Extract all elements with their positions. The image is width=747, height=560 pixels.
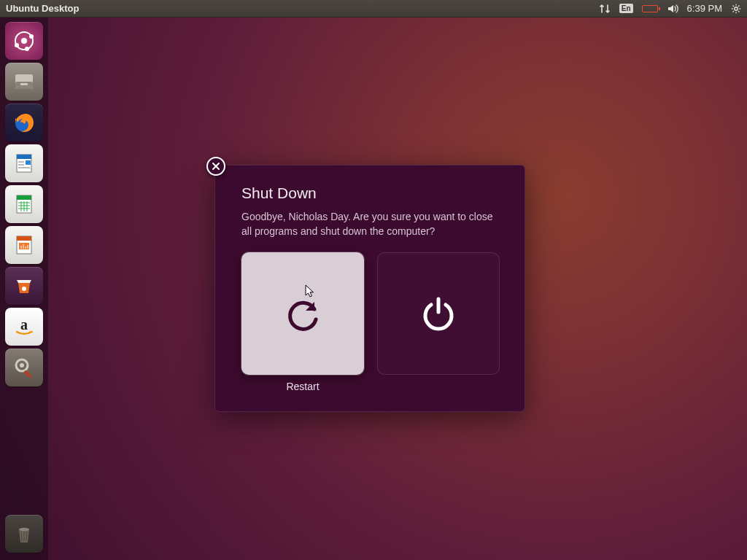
svg-point-13 [25,47,29,51]
dialog-title: Shut Down [241,184,498,202]
launcher-firefox[interactable] [5,104,43,141]
svg-rect-43 [23,370,31,378]
svg-rect-33 [17,236,31,241]
svg-line-5 [733,5,734,6]
svg-rect-19 [17,155,31,159]
svg-point-11 [29,34,34,39]
svg-point-0 [735,7,738,9]
network-icon[interactable] [599,4,611,14]
restart-label: Restart [286,381,319,394]
svg-line-8 [738,5,739,6]
shutdown-button[interactable] [377,252,500,375]
launcher-dash[interactable] [5,22,43,60]
restart-button[interactable] [241,252,364,375]
svg-line-6 [738,11,739,12]
sound-icon[interactable] [667,4,678,14]
launcher-calc[interactable] [5,185,43,223]
svg-rect-20 [26,160,31,165]
launcher-impress[interactable] [5,226,43,264]
keyboard-indicator[interactable]: En [619,4,633,13]
svg-rect-16 [20,83,28,85]
launcher-writer[interactable] [5,144,43,182]
dialog-options: Restart [241,252,498,394]
gear-icon[interactable] [731,4,741,14]
svg-point-39 [22,287,26,291]
indicator-area: En 6:39 PM [599,3,741,14]
shutdown-dialog: Shut Down Goodbye, Nicholas Day. Are you… [214,165,525,412]
unity-launcher: a [0,18,48,560]
svg-point-44 [19,528,29,531]
top-menubar: Ubuntu Desktop En 6:39 PM [0,0,747,18]
svg-point-12 [15,43,19,47]
svg-line-7 [733,11,734,12]
launcher-settings[interactable] [5,349,43,386]
svg-text:a: a [20,316,28,332]
launcher-software[interactable] [5,267,43,305]
launcher-amazon[interactable]: a [5,308,43,346]
app-title: Ubuntu Desktop [6,3,79,14]
launcher-files[interactable] [5,63,43,101]
close-button[interactable] [206,157,225,176]
launcher-trash[interactable] [5,515,43,553]
battery-icon[interactable] [642,5,658,12]
svg-rect-25 [17,195,31,200]
dialog-message: Goodbye, Nicholas Day. Are you sure you … [241,209,498,239]
svg-point-10 [21,38,27,44]
clock[interactable]: 6:39 PM [687,3,722,14]
svg-point-42 [20,363,24,368]
